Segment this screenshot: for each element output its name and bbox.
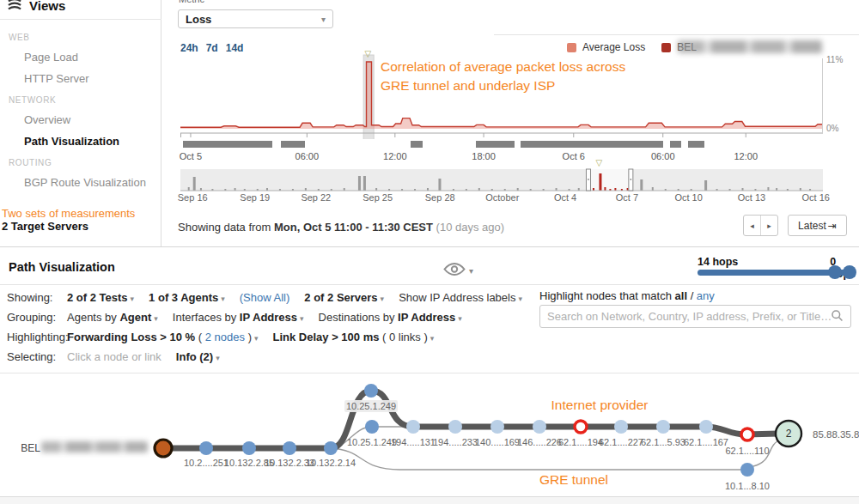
control-dropdown[interactable]: (Show All) xyxy=(240,291,290,304)
path-node-redring[interactable] xyxy=(575,421,587,433)
control-dropdown[interactable]: 1 of 3 Agents▾ xyxy=(149,291,225,304)
path-node-blue[interactable] xyxy=(365,420,379,434)
divider xyxy=(494,34,859,35)
control-text: ) xyxy=(245,331,252,343)
control-items: Forwarding Loss > 10 % ( 2 nodes )▾Link … xyxy=(67,331,434,343)
y-axis-min-label: 0% xyxy=(826,124,838,133)
brush-svg xyxy=(180,168,823,191)
node-ip-label: 62.1....110 xyxy=(725,446,769,456)
loss-chart[interactable] xyxy=(180,48,823,139)
alert-bar xyxy=(670,141,681,148)
control-dropdown[interactable]: Forwarding Loss > 10 % ( 2 nodes )▾ xyxy=(67,331,259,343)
path-node-blue[interactable] xyxy=(283,441,296,455)
node-ip-label: 62.1....194 xyxy=(558,437,603,447)
hops-slider-handle-left[interactable] xyxy=(828,265,842,279)
match-any-option[interactable]: any xyxy=(697,289,715,302)
sidebar-item-path-visualization[interactable]: Path Visualization xyxy=(24,135,161,148)
control-dropdown[interactable]: Link Delay > 100 ms ( 0 links )▾ xyxy=(273,331,435,343)
path-node-blue[interactable] xyxy=(324,441,338,455)
brush-tick-label: Oct 13 xyxy=(738,192,765,203)
previous-interval-button[interactable]: ◂ xyxy=(744,216,761,235)
path-node-lightblue[interactable] xyxy=(614,420,628,434)
path-node-blue[interactable] xyxy=(364,384,378,398)
node-ip-label: 62.1....167 xyxy=(684,437,728,447)
control-dropdown[interactable]: 2 of 2 Servers▾ xyxy=(304,291,384,304)
control-dropdown[interactable]: Show IP Address labels▾ xyxy=(399,291,522,304)
x-axis-tick-label: 06:00 xyxy=(295,151,320,161)
sidebar-item-overview[interactable]: Overview xyxy=(24,113,161,126)
x-axis-tick-label: 12:00 xyxy=(383,151,407,161)
event-marker-icon[interactable]: ▽ xyxy=(365,50,372,58)
metric-dropdown[interactable]: Loss ▾ xyxy=(178,9,333,28)
chevron-down-icon: ▾ xyxy=(254,334,259,343)
x-axis-tick-label: 18:00 xyxy=(472,151,496,161)
chevron-down-icon: ▾ xyxy=(518,295,522,303)
control-dropdown[interactable]: Click a node or link xyxy=(67,350,161,363)
x-axis-labels: Oct 506:0012:0018:00Oct 606:0012:00 xyxy=(180,151,823,162)
path-node-lightblue[interactable] xyxy=(656,420,670,434)
event-marker-icon[interactable]: ▽ xyxy=(595,159,602,167)
next-interval-button[interactable]: ▸ xyxy=(761,216,777,235)
activity-spike xyxy=(640,179,643,191)
sidebar-item-http-server[interactable]: HTTP Server xyxy=(24,72,161,85)
chevron-down-icon: ▾ xyxy=(321,15,326,24)
x-axis-tick-label: 12:00 xyxy=(734,151,758,161)
handle-grip xyxy=(630,179,631,180)
match-all-option[interactable]: all xyxy=(675,289,687,302)
control-dropdown[interactable]: Agents by Agent▾ xyxy=(67,311,158,324)
visibility-menu-button[interactable]: ▾ xyxy=(443,262,473,279)
path-node-lightblue[interactable] xyxy=(448,420,462,434)
brush-selection[interactable] xyxy=(588,169,631,191)
path-link-thin[interactable] xyxy=(331,448,740,470)
divider xyxy=(0,373,859,373)
path-node-agent[interactable] xyxy=(155,440,172,457)
brush-tick-label: Sep 22 xyxy=(301,192,331,203)
brush-tick-label: Sep 28 xyxy=(425,192,455,203)
activity-spike xyxy=(358,176,361,191)
latest-button[interactable]: Latest⇥ xyxy=(788,215,847,236)
activity-spike xyxy=(363,176,366,191)
skip-to-end-icon: ⇥ xyxy=(828,220,837,232)
control-row-label: Grouping: xyxy=(7,311,67,324)
path-node-lightblue[interactable] xyxy=(406,420,420,434)
path-node-lightblue[interactable] xyxy=(533,420,546,434)
timeline-brush[interactable] xyxy=(180,168,823,191)
views-menu: WEBPage LoadHTTP ServerNETWORKOverviewPa… xyxy=(0,22,161,197)
node-search-input[interactable] xyxy=(547,310,831,323)
control-items: Click a node or linkInfo (2)▾ xyxy=(67,350,220,363)
sidebar: Views WEBPage LoadHTTP ServerNETWORKOver… xyxy=(0,0,161,246)
control-dropdown[interactable]: 2 of 2 Tests▾ xyxy=(67,291,134,304)
loss-spike xyxy=(599,173,601,191)
path-node-redring[interactable] xyxy=(741,428,753,440)
path-node-blue[interactable] xyxy=(740,463,754,477)
chevron-down-icon: ▾ xyxy=(458,314,462,323)
sidebar-item-bgp-route-visualization[interactable]: BGP Route Visualization xyxy=(24,176,161,189)
control-text: Agent xyxy=(119,311,151,324)
control-dropdown[interactable]: Info (2)▾ xyxy=(176,350,220,363)
node-ip-label: 10.25.1.249 xyxy=(347,437,397,447)
loss-area xyxy=(180,62,823,129)
hops-slider-handle-right[interactable] xyxy=(843,265,856,279)
path-node-blue[interactable] xyxy=(199,441,213,455)
chevron-down-icon: ▾ xyxy=(300,314,304,323)
node-ip-label: 10.25.1.249 xyxy=(346,401,396,411)
node-ip-label: 10.132.2.14 xyxy=(306,458,356,468)
node-ip-label: 194.....233 xyxy=(433,437,478,447)
brush-tick-label: Sep 25 xyxy=(362,192,393,203)
agent-name-label: BEL xyxy=(21,442,40,454)
sidebar-section-label: ROUTING xyxy=(9,158,161,167)
control-text: 2 of 2 Servers xyxy=(304,291,377,304)
x-axis-tick-label: Oct 5 xyxy=(180,151,202,161)
control-items: Agents by Agent▾Interfaces by IP Address… xyxy=(67,311,462,324)
path-node-lightblue[interactable] xyxy=(490,420,504,434)
path-node-lightblue[interactable] xyxy=(699,420,713,434)
control-dropdown[interactable]: Destinations by IP Address▾ xyxy=(319,311,462,324)
control-row-label: Highlighting: xyxy=(7,331,67,343)
brush-tick-label: Oct 4 xyxy=(554,192,576,203)
control-text: (Show All) xyxy=(240,291,290,304)
path-node-blue[interactable] xyxy=(242,441,256,455)
sidebar-item-page-load[interactable]: Page Load xyxy=(24,51,161,64)
node-ip-label: 140.....169 xyxy=(475,437,520,447)
activity-spike xyxy=(188,187,190,191)
control-dropdown[interactable]: Interfaces by IP Address▾ xyxy=(173,311,304,324)
